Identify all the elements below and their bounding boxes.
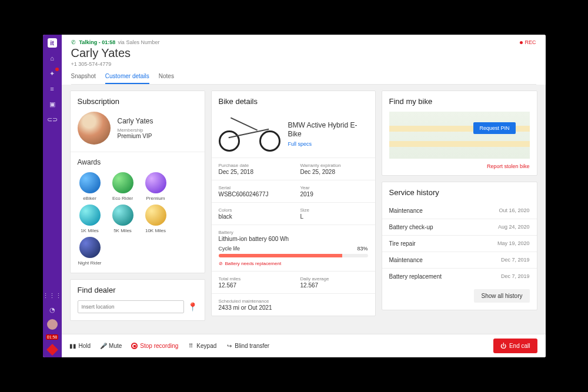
main-area: ✆ Talking - 01:58 via Sales Number REC C… (62, 35, 546, 357)
home-icon[interactable]: ⌂ (48, 53, 57, 63)
subscription-title: Subscription (71, 91, 205, 112)
blind-transfer-button[interactable]: ↪Blind transfer (226, 343, 269, 349)
bike-details-card: Bike details BMW Active Hybrid E-Bike Fu… (211, 91, 376, 316)
cycle-pct: 83% (357, 246, 368, 252)
stop-recording-button[interactable]: Stop recording (131, 343, 178, 349)
profile-name: Carly Yates (118, 117, 153, 125)
find-my-bike-card: Find my bike Request PIN Report stolen b… (382, 91, 537, 176)
header: ✆ Talking - 01:58 via Sales Number REC C… (62, 35, 546, 85)
tab-customer-details[interactable]: Customer details (105, 73, 149, 84)
location-pin-icon[interactable]: 📍 (188, 302, 198, 311)
mute-button[interactable]: 🎤̸Mute (100, 343, 122, 349)
transfer-icon: ↪ (226, 343, 232, 349)
award-item[interactable]: 10K Miles (143, 205, 168, 233)
settings-sliders-icon[interactable]: ≡ (48, 84, 57, 93)
find-dealer-title: Find dealer (71, 280, 205, 300)
service-history-title: Service history (382, 182, 537, 203)
report-stolen-link[interactable]: Report stolen bike (487, 163, 530, 169)
award-item[interactable]: Night Rider (78, 237, 102, 266)
tabs: Snapshot Customer details Notes (71, 73, 536, 85)
dealer-location-input[interactable] (78, 300, 184, 313)
brand-diamond-icon (46, 344, 58, 356)
service-row[interactable]: Battery replacementDec 7, 2019 (382, 269, 537, 284)
content-area: Subscription Carly Yates Membership Prem… (62, 85, 546, 334)
find-my-bike-title: Find my bike (382, 91, 537, 112)
awards-title: Awards (71, 152, 205, 172)
rec-indicator: REC (520, 39, 536, 45)
keypad-button[interactable]: ⠿Keypad (188, 343, 216, 349)
bike-image (219, 116, 281, 152)
phone-icon: ✆ (71, 39, 77, 45)
keypad-icon: ⠿ (188, 343, 194, 349)
customer-name: Carly Yates (71, 46, 536, 60)
award-item[interactable]: 1K Miles (78, 205, 102, 233)
tab-snapshot[interactable]: Snapshot (71, 73, 96, 84)
app-window: it ⌂ ✦ ≡ ▣ ⊂⊃ ⋮⋮⋮ ◔ 01:58 ✆ Talking - 01… (43, 35, 546, 357)
hangup-icon: ⏻ (500, 343, 506, 349)
alert-icon: ⊘ (219, 261, 223, 266)
activity-icon[interactable]: ✦ (48, 69, 57, 78)
call-status: ✆ Talking - 01:58 via Sales Number (71, 39, 160, 45)
call-bar: ▮▮Hold 🎤̸Mute Stop recording ⠿Keypad ↪Bl… (62, 334, 546, 357)
award-item[interactable]: 5K Miles (111, 205, 135, 233)
customer-avatar (78, 112, 111, 145)
stop-icon (131, 343, 138, 349)
customer-phone: +1 305-574-4779 (71, 61, 536, 67)
bike-details-title: Bike details (212, 91, 375, 112)
mic-off-icon: 🎤̸ (100, 343, 106, 349)
service-row[interactable]: Tire repairMay 19, 2020 (382, 236, 537, 252)
hold-button[interactable]: ▮▮Hold (70, 343, 91, 349)
subscription-card: Subscription Carly Yates Membership Prem… (70, 91, 205, 273)
find-dealer-card: Find dealer 📍 (70, 279, 205, 321)
service-row[interactable]: MaintenanceOut 16, 2020 (382, 203, 537, 219)
award-item[interactable]: eBiker (78, 172, 102, 201)
dialpad-icon[interactable]: ⋮⋮⋮ (48, 291, 57, 300)
cycle-life-bar (219, 254, 368, 257)
award-item[interactable]: Premium (143, 172, 168, 201)
full-specs-link[interactable]: Full specs (288, 141, 368, 147)
show-all-history-button[interactable]: Show all history (474, 289, 529, 303)
battery-warning: ⊘Battery needs replacement (219, 261, 368, 266)
left-sidebar: it ⌂ ✦ ≡ ▣ ⊂⊃ ⋮⋮⋮ ◔ 01:58 (43, 35, 62, 357)
awards-grid: eBiker Eco Rider Premium 1K Miles 5K Mil… (71, 172, 205, 273)
service-row[interactable]: MaintenanceDec 7, 2019 (382, 252, 537, 269)
contacts-icon[interactable]: ▣ (48, 99, 57, 109)
service-row[interactable]: Battery check-upAug 24, 2020 (382, 219, 537, 236)
service-history-card: Service history MaintenanceOut 16, 2020 … (382, 182, 537, 310)
bike-name: BMW Active Hybrid E-Bike (288, 121, 368, 139)
sidebar-call-timer: 01:58 (46, 334, 59, 340)
tab-notes[interactable]: Notes (159, 73, 174, 84)
bell-icon[interactable]: ◔ (48, 305, 57, 314)
user-avatar[interactable] (47, 319, 58, 330)
end-call-button[interactable]: ⏻End call (493, 339, 537, 353)
app-logo-icon[interactable]: it (48, 38, 57, 48)
link-icon[interactable]: ⊂⊃ (48, 115, 57, 124)
award-item[interactable]: Eco Rider (111, 172, 135, 201)
request-pin-button[interactable]: Request PIN (473, 122, 515, 134)
map[interactable]: Request PIN (389, 112, 530, 159)
pause-icon: ▮▮ (70, 343, 76, 349)
